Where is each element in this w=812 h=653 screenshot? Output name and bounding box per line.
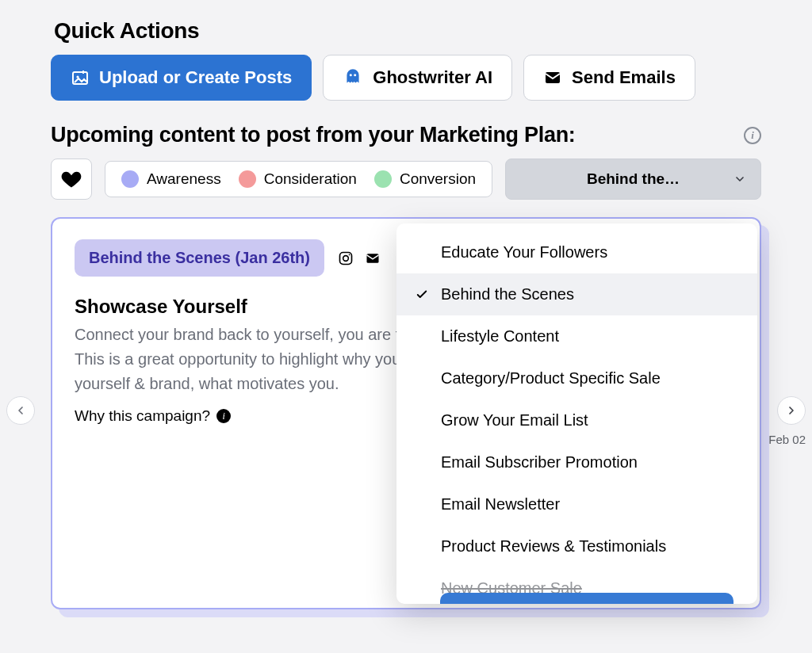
blue-strip (440, 593, 733, 604)
carousel-next-button[interactable] (777, 396, 806, 425)
button-label: Send Emails (572, 67, 676, 88)
image-plus-icon (71, 68, 90, 87)
svg-point-2 (350, 74, 352, 76)
svg-point-7 (349, 254, 350, 255)
legend-dot (374, 170, 392, 188)
svg-rect-5 (339, 252, 351, 264)
upcoming-content-heading: Upcoming content to post from your Marke… (51, 123, 744, 147)
option-label: Email Subscriber Promotion (441, 453, 638, 472)
envelope-icon (543, 68, 562, 87)
heart-icon (60, 168, 82, 190)
send-emails-button[interactable]: Send Emails (523, 55, 695, 101)
quick-actions-row: Upload or Create Posts Ghostwriter AI Se… (51, 55, 761, 101)
dropdown-option[interactable]: Product Reviews & Testimonials (396, 525, 757, 567)
campaign-type-select[interactable]: Behind the… (505, 158, 761, 200)
legend-conversion: Conversion (374, 170, 476, 188)
legend: Awareness Consideration Conversion (105, 161, 492, 197)
option-label: Behind the Scenes (441, 285, 574, 304)
legend-consideration: Consideration (239, 170, 357, 188)
svg-point-6 (343, 255, 349, 261)
option-label: Product Reviews & Testimonials (441, 537, 666, 556)
card-tag: Behind the Scenes (Jan 26th) (75, 239, 324, 277)
dropdown-option[interactable]: Behind the Scenes (396, 273, 757, 315)
button-label: Upload or Create Posts (99, 67, 292, 88)
next-card-date: Feb 02 (768, 433, 806, 446)
dropdown-option[interactable]: Educate Your Followers (396, 231, 757, 273)
option-label: Grow Your Email List (441, 411, 588, 430)
dropdown-option[interactable]: Lifestyle Content (396, 315, 757, 357)
chevron-left-icon (14, 404, 27, 417)
svg-point-3 (354, 74, 356, 76)
info-icon[interactable]: i (744, 127, 761, 144)
info-filled-icon: i (216, 409, 231, 423)
carousel-prev-button[interactable] (6, 396, 35, 425)
dropdown-option[interactable]: Grow Your Email List (396, 399, 757, 441)
why-label: Why this campaign? (75, 407, 210, 425)
legend-dot (239, 170, 256, 188)
legend-label: Consideration (264, 170, 357, 188)
dropdown-option-partial[interactable]: New Customer Sale (396, 567, 757, 604)
ghostwriter-ai-button[interactable]: Ghostwriter AI (323, 55, 512, 101)
select-value: Behind the… (587, 170, 680, 188)
button-label: Ghostwriter AI (373, 67, 492, 88)
dropdown-option[interactable]: Email Newsletter (396, 483, 757, 525)
legend-label: Conversion (400, 170, 476, 188)
legend-dot (121, 170, 139, 188)
chevron-right-icon (785, 404, 798, 417)
check-icon (414, 288, 430, 302)
option-label: Email Newsletter (441, 495, 560, 514)
option-label: Lifestyle Content (441, 327, 559, 346)
instagram-icon (335, 248, 356, 269)
legend-label: Awareness (147, 170, 221, 188)
dropdown-option[interactable]: Email Subscriber Promotion (396, 441, 757, 483)
favorites-toggle[interactable] (51, 158, 92, 200)
legend-awareness: Awareness (121, 170, 221, 188)
envelope-icon (362, 248, 383, 269)
upload-create-posts-button[interactable]: Upload or Create Posts (51, 55, 312, 101)
option-label: Educate Your Followers (441, 243, 607, 262)
dropdown-option[interactable]: Category/Product Specific Sale (396, 357, 757, 399)
campaign-type-dropdown: Educate Your Followers Behind the Scenes… (396, 223, 757, 604)
option-label: Category/Product Specific Sale (441, 369, 661, 388)
chevron-down-icon (733, 173, 746, 185)
quick-actions-heading: Quick Actions (54, 18, 761, 44)
ghost-icon (343, 67, 363, 88)
